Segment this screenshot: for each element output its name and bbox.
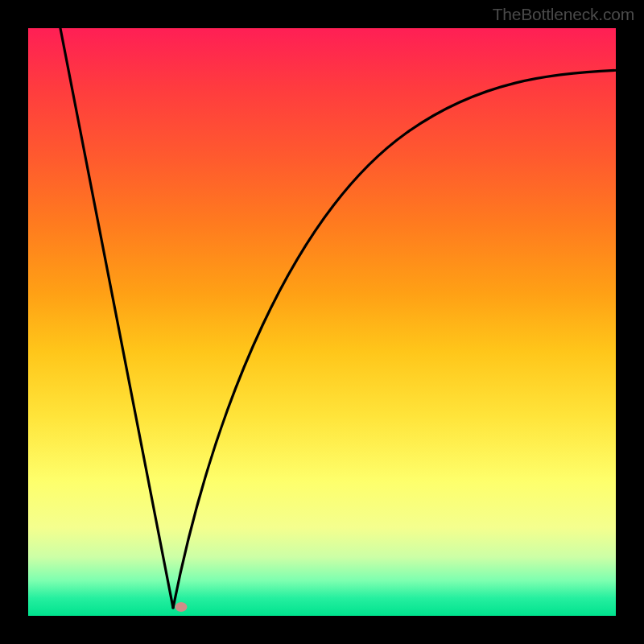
bottleneck-curve (28, 28, 616, 616)
plot-area (28, 28, 616, 616)
attribution-label: TheBottleneck.com (493, 5, 634, 24)
optimal-point-marker (175, 602, 187, 612)
chart-frame: TheBottleneck.com (0, 0, 644, 644)
